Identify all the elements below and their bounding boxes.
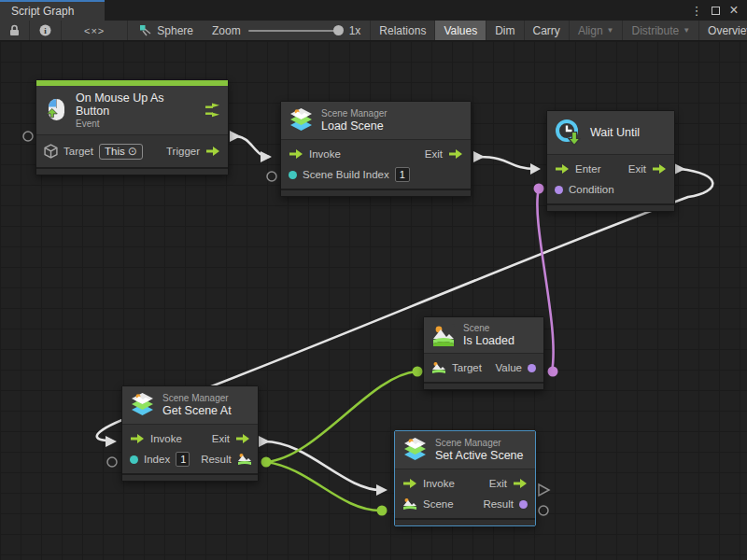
green-arrow-icon[interactable]	[402, 478, 417, 489]
bool-port-dot[interactable]	[555, 186, 563, 194]
gameobject-cube-icon	[44, 144, 58, 159]
green-arrow-icon[interactable]	[205, 146, 220, 157]
node-load-scene[interactable]: Scene Manager Load Scene Invoke Exit	[280, 101, 472, 197]
index-port-label: Index	[144, 454, 170, 465]
port-getsceneat-result-out[interactable]	[261, 457, 272, 468]
condition-port-label: Condition	[569, 184, 614, 195]
node-title: Load Scene	[321, 119, 388, 133]
result-port-label: Result	[201, 454, 232, 465]
close-icon[interactable]: ×	[726, 3, 741, 18]
node-footer	[122, 473, 258, 481]
green-arrow-icon[interactable]	[513, 478, 528, 489]
node-category: Scene Manager	[162, 393, 232, 404]
arrow-waituntil-enter-in[interactable]	[530, 163, 541, 175]
lock-button[interactable]	[0, 21, 30, 40]
port-setactive-exit-out[interactable]	[539, 484, 549, 496]
distribute-button[interactable]: Distribute▼	[622, 21, 698, 40]
scene-build-index-field[interactable]: 1	[395, 167, 410, 182]
port-setactive-result-out[interactable]	[539, 506, 548, 515]
align-button[interactable]: Align▼	[569, 21, 623, 40]
arrow-setactive-invoke-in[interactable]	[376, 484, 388, 496]
port-getsceneat-exit-out[interactable]	[259, 436, 270, 447]
port-waituntil-condition-in[interactable]	[534, 184, 544, 194]
node-category: Scene	[463, 323, 514, 334]
script-graph-icon	[139, 24, 151, 36]
scene-manager-icon	[289, 107, 314, 133]
exit-port-label: Exit	[489, 478, 507, 489]
arrow-getsceneat-invoke-in[interactable]	[106, 436, 117, 447]
event-double-arrow-icon	[204, 103, 220, 118]
port-waituntil-exit-out[interactable]	[674, 163, 685, 175]
node-footer	[424, 382, 543, 389]
green-arrow-icon[interactable]	[289, 148, 303, 160]
node-title: Is Loaded	[463, 334, 514, 347]
zoom-control: Zoom 1x	[203, 21, 370, 40]
window-controls: ⋮ ×	[689, 0, 747, 21]
chevron-down-icon: ▼	[683, 27, 690, 35]
node-footer	[547, 203, 674, 211]
node-is-loaded[interactable]: Scene Is Loaded Target Value	[423, 316, 544, 390]
tab-bar: Script Graph ⋮ ×	[0, 0, 747, 21]
green-arrow-icon[interactable]	[555, 163, 570, 175]
values-button[interactable]: Values	[434, 21, 486, 40]
scene-type-icon[interactable]	[431, 361, 446, 374]
node-title: Set Active Scene	[435, 449, 524, 462]
node-title: Wait Until	[590, 126, 640, 139]
port-setactive-scene-in[interactable]	[377, 506, 388, 516]
maximize-icon[interactable]	[708, 3, 723, 18]
node-get-scene-at[interactable]: Scene Manager Get Scene At Invoke Exit	[121, 385, 259, 482]
port-isloaded-target-in[interactable]	[413, 367, 423, 377]
port-loadscene-index-in[interactable]	[267, 172, 276, 181]
scene-port-label: Scene	[423, 498, 454, 510]
port-event-target-in[interactable]	[23, 132, 33, 141]
kebab-menu-icon[interactable]: ⋮	[689, 3, 704, 18]
zoom-slider-knob[interactable]	[333, 25, 344, 35]
port-isloaded-value-out[interactable]	[548, 367, 558, 377]
port-event-trigger-out[interactable]	[230, 131, 241, 142]
int-port-dot[interactable]	[289, 171, 297, 179]
scene-type-icon[interactable]	[237, 453, 252, 466]
graph-breadcrumb[interactable]: Sphere	[128, 21, 203, 40]
node-on-mouse-up-as-button[interactable]: On Mouse Up As Button Event Target	[35, 79, 229, 175]
exit-port-label: Exit	[425, 148, 443, 160]
graph-canvas[interactable]: On Mouse Up As Button Event Target	[0, 41, 747, 560]
toolbar-buttons: Relations Values Dim Carry Align▼ Distri…	[370, 21, 747, 40]
node-footer	[395, 518, 535, 525]
chevron-down-icon: ▼	[607, 27, 614, 35]
code-button[interactable]: <×>	[62, 21, 128, 40]
wire-loadscene-to-waituntil[interactable]	[479, 157, 536, 169]
overview-button[interactable]: Overview	[698, 21, 747, 40]
node-title: On Mouse Up As Button	[76, 91, 190, 119]
exit-port-label: Exit	[628, 163, 646, 175]
scene-type-icon[interactable]	[402, 497, 417, 511]
zoom-value: 1x	[349, 24, 361, 37]
relations-button[interactable]: Relations	[370, 21, 434, 40]
green-arrow-icon[interactable]	[652, 163, 667, 175]
dim-button[interactable]: Dim	[486, 21, 523, 40]
tab-script-graph[interactable]: Script Graph	[0, 0, 105, 21]
scene-manager-icon	[130, 392, 155, 418]
port-getsceneat-index-in[interactable]	[107, 457, 117, 467]
target-port-label: Target	[63, 146, 93, 157]
graph-toolbar: i <×> Sphere Zoom 1x Relations Values Di…	[0, 21, 747, 41]
scene-result-port-dot[interactable]	[519, 500, 528, 509]
port-loadscene-exit-out[interactable]	[473, 151, 485, 162]
info-button[interactable]: i	[30, 21, 62, 40]
bool-port-dot[interactable]	[528, 364, 536, 372]
green-arrow-icon[interactable]	[235, 433, 250, 444]
green-arrow-icon[interactable]	[130, 433, 145, 444]
object-picker-icon[interactable]: ⊙	[128, 145, 137, 158]
zoom-slider[interactable]	[248, 30, 342, 32]
green-arrow-icon[interactable]	[448, 148, 463, 160]
carry-button[interactable]: Carry	[524, 21, 569, 40]
node-wait-until[interactable]: Wait Until Enter Exit Condit	[546, 110, 675, 212]
object-name: Sphere	[157, 24, 193, 37]
int-port-dot[interactable]	[130, 455, 138, 464]
node-subtitle: Event	[76, 119, 190, 130]
index-field[interactable]: 1	[176, 452, 190, 467]
node-set-active-scene[interactable]: Scene Manager Set Active Scene Invoke Ex…	[394, 430, 536, 526]
target-object-field[interactable]: This ⊙	[99, 144, 143, 160]
trigger-port-label: Trigger	[166, 146, 200, 157]
node-footer	[281, 189, 471, 196]
arrow-loadscene-invoke-in[interactable]	[261, 151, 272, 162]
